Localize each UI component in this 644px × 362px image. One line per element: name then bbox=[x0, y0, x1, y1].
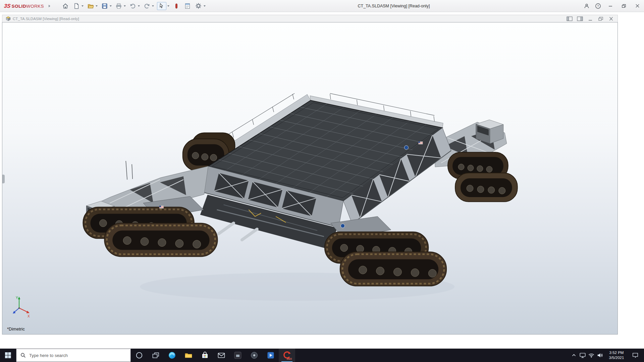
close-icon bbox=[635, 4, 640, 8]
svg-text:?: ? bbox=[597, 4, 599, 8]
display-tray-button[interactable] bbox=[578, 349, 587, 362]
clock-time: 3:52 PM bbox=[609, 350, 624, 355]
search-icon bbox=[20, 353, 26, 358]
minimize-button[interactable] bbox=[604, 0, 617, 12]
options-button[interactable] bbox=[195, 2, 203, 10]
clock-date: 3/5/2021 bbox=[609, 355, 624, 360]
account-button[interactable] bbox=[581, 0, 592, 12]
gray-app-icon bbox=[250, 351, 258, 359]
solidworks-logo: 3S SOLIDWORKS bbox=[0, 3, 44, 9]
minimize-icon bbox=[608, 4, 613, 8]
nasa-meatball-right bbox=[404, 145, 408, 149]
edge-icon bbox=[168, 351, 176, 359]
volume-tray-button[interactable] bbox=[596, 349, 604, 362]
assembly-cube-icon bbox=[6, 16, 11, 21]
task-view-icon bbox=[152, 352, 159, 359]
solidworks-app-icon: 2021 bbox=[282, 351, 292, 360]
svg-text:Y: Y bbox=[16, 296, 18, 300]
close-button[interactable] bbox=[631, 0, 644, 12]
network-tray-button[interactable] bbox=[587, 349, 596, 362]
properties-sheet-icon bbox=[184, 3, 191, 9]
quick-access-toolbar bbox=[60, 1, 207, 11]
dark-app-icon bbox=[234, 351, 242, 359]
open-dropdown[interactable] bbox=[96, 5, 98, 7]
help-icon: ? bbox=[595, 3, 601, 9]
mail-icon bbox=[217, 351, 225, 359]
search-input[interactable] bbox=[29, 353, 116, 358]
blue-app-button[interactable] bbox=[262, 349, 279, 362]
file-explorer-icon bbox=[184, 351, 193, 359]
print-dropdown[interactable] bbox=[124, 5, 126, 7]
cortana-button[interactable] bbox=[131, 349, 147, 362]
pane-right-icon[interactable] bbox=[577, 16, 583, 21]
doc-restore-icon[interactable] bbox=[598, 16, 604, 21]
print-button[interactable] bbox=[115, 2, 123, 10]
open-button[interactable] bbox=[87, 2, 95, 10]
appearance-button[interactable] bbox=[172, 2, 180, 10]
pane-left-icon[interactable] bbox=[567, 16, 573, 21]
solidworks-app-button[interactable]: 2021 bbox=[279, 349, 295, 362]
appearance-icon bbox=[173, 3, 180, 9]
home-button[interactable] bbox=[61, 2, 69, 10]
us-flag-decal-right bbox=[418, 141, 423, 144]
options-dropdown[interactable] bbox=[204, 5, 206, 7]
system-tray: 3:52 PM 3/5/2021 bbox=[570, 349, 644, 362]
dark-app-button[interactable] bbox=[229, 349, 246, 362]
graphics-viewport[interactable]: Y X *Dimetric bbox=[2, 22, 618, 335]
action-center-button[interactable] bbox=[629, 352, 642, 359]
start-button[interactable] bbox=[0, 349, 16, 362]
us-flag-decal-left bbox=[159, 206, 164, 208]
new-document-dropdown[interactable] bbox=[82, 5, 84, 7]
orientation-triad[interactable]: Y X bbox=[9, 295, 31, 319]
taskbar-search[interactable] bbox=[16, 349, 131, 362]
select-tool-dropdown[interactable] bbox=[167, 5, 169, 7]
undo-dropdown[interactable] bbox=[138, 5, 140, 7]
document-title: CT_TA.SLDASM [Viewing] [Read-only] bbox=[13, 17, 79, 21]
display-icon bbox=[579, 352, 586, 359]
options-gear-icon bbox=[195, 3, 202, 9]
task-view-button[interactable] bbox=[147, 349, 164, 362]
taskbar-clock[interactable]: 3:52 PM 3/5/2021 bbox=[604, 350, 629, 360]
document-titlebar: CT_TA.SLDASM [Viewing] [Read-only] bbox=[2, 15, 618, 22]
new-document-icon bbox=[73, 3, 80, 9]
menu-flyout-arrow-icon[interactable] bbox=[49, 5, 50, 7]
view-orientation-label: *Dimetric bbox=[7, 326, 25, 331]
doc-minimize-icon[interactable] bbox=[587, 16, 593, 21]
save-button[interactable] bbox=[101, 2, 109, 10]
mail-button[interactable] bbox=[213, 349, 229, 362]
windows-taskbar: 2021 3:52 PM 3/5/2021 bbox=[0, 349, 644, 362]
redo-dropdown[interactable] bbox=[152, 5, 154, 7]
select-tool-button[interactable] bbox=[157, 2, 166, 10]
store-icon bbox=[201, 351, 209, 359]
store-button[interactable] bbox=[197, 349, 213, 362]
undo-icon bbox=[129, 3, 136, 9]
windows-logo-icon bbox=[5, 352, 11, 358]
new-document-button[interactable] bbox=[72, 2, 80, 10]
properties-button[interactable] bbox=[183, 2, 192, 10]
window-title: CT_TA.SLDASM [Viewing] [Read-only] bbox=[207, 4, 581, 8]
save-icon bbox=[101, 3, 108, 9]
help-button[interactable]: ? bbox=[592, 0, 604, 12]
doc-close-icon[interactable] bbox=[608, 16, 614, 21]
home-icon bbox=[62, 3, 69, 9]
restore-button[interactable] bbox=[617, 0, 631, 12]
volume-icon bbox=[597, 352, 603, 359]
panel-splitter-handle[interactable] bbox=[2, 175, 5, 183]
tray-overflow-button[interactable] bbox=[570, 349, 578, 362]
undo-button[interactable] bbox=[129, 2, 137, 10]
redo-button[interactable] bbox=[143, 2, 151, 10]
svg-text:2021: 2021 bbox=[286, 357, 292, 360]
edge-button[interactable] bbox=[164, 349, 180, 362]
document-window: CT_TA.SLDASM [Viewing] [Read-only] bbox=[2, 15, 618, 335]
crawler-transporter-model bbox=[2, 22, 618, 334]
save-dropdown[interactable] bbox=[110, 5, 112, 7]
window-controls: ? bbox=[581, 0, 644, 12]
file-explorer-button[interactable] bbox=[180, 349, 197, 362]
select-cursor-icon bbox=[158, 3, 165, 9]
open-folder-icon bbox=[87, 3, 94, 9]
wifi-icon bbox=[588, 352, 595, 359]
chevron-up-icon bbox=[572, 353, 576, 357]
gray-app-button[interactable] bbox=[246, 349, 262, 362]
restore-icon bbox=[622, 4, 626, 8]
account-icon bbox=[584, 3, 590, 9]
